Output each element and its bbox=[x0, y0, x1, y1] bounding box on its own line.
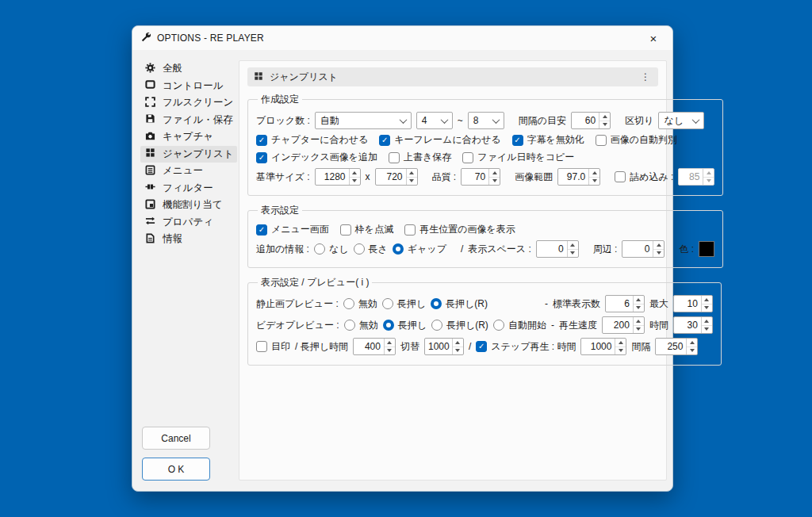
spin-down[interactable] bbox=[407, 178, 417, 186]
video-off-radio[interactable]: 無効 bbox=[344, 319, 378, 332]
spin-up[interactable] bbox=[599, 113, 610, 121]
spin-up[interactable] bbox=[453, 339, 463, 347]
spin-down[interactable] bbox=[702, 326, 712, 334]
spin-up[interactable] bbox=[634, 317, 644, 326]
disable-subtitle-checkbox[interactable]: 字幕を無効化 bbox=[512, 133, 584, 147]
spin-down[interactable] bbox=[385, 347, 395, 355]
checkbox-box[interactable] bbox=[256, 224, 267, 236]
spin-up[interactable] bbox=[687, 339, 697, 347]
spin-down[interactable] bbox=[489, 178, 500, 186]
spin-down[interactable] bbox=[568, 250, 578, 258]
spin-up[interactable] bbox=[653, 241, 664, 250]
checkbox-box[interactable] bbox=[512, 135, 523, 146]
spin-down[interactable] bbox=[703, 178, 714, 186]
spin-up[interactable] bbox=[615, 339, 626, 347]
color-swatch[interactable] bbox=[699, 241, 714, 257]
spin-up[interactable] bbox=[407, 169, 417, 178]
spin-down[interactable] bbox=[589, 178, 599, 186]
sidebar-item-fullscreen[interactable]: フルスクリーン bbox=[140, 94, 237, 112]
video-hold-radio[interactable]: 長押し bbox=[383, 319, 427, 332]
spin-down[interactable] bbox=[634, 304, 644, 312]
spin-up[interactable] bbox=[589, 169, 599, 178]
keyframe-checkbox[interactable]: キーフレームに合わせる bbox=[379, 133, 500, 147]
title-bar: OPTIONS - RE PLAYER × bbox=[132, 26, 672, 50]
index-image-checkbox[interactable]: インデックス画像を追加 bbox=[256, 151, 377, 164]
radio-button[interactable] bbox=[344, 320, 355, 331]
still-off-radio[interactable]: 無効 bbox=[343, 297, 377, 311]
sidebar-item-menu[interactable]: メニュー bbox=[140, 163, 237, 180]
sidebar-item-filter[interactable]: フィルター bbox=[140, 180, 237, 197]
radio-button[interactable] bbox=[354, 243, 365, 255]
mark-checkbox[interactable]: 目印 bbox=[256, 340, 290, 354]
sidebar-item-general[interactable]: 全般 bbox=[140, 60, 237, 78]
step-play-checkbox[interactable]: ステップ再生 : 時間 bbox=[476, 340, 576, 354]
hold-time-spinner: 400 bbox=[353, 338, 396, 355]
block-min-select[interactable]: 4 bbox=[416, 112, 453, 129]
menu-screen-checkbox[interactable]: メニュー画面 bbox=[256, 223, 329, 236]
spin-down[interactable] bbox=[350, 178, 360, 186]
checkbox-box[interactable] bbox=[379, 135, 390, 146]
sidebar-item-info[interactable]: 情報 bbox=[140, 231, 237, 248]
separator-select[interactable]: なし bbox=[658, 112, 704, 129]
spin-up[interactable] bbox=[702, 317, 712, 326]
video-hold-r-radio[interactable]: 長押し(R) bbox=[431, 319, 488, 332]
spin-up[interactable] bbox=[703, 169, 714, 178]
radio-button[interactable] bbox=[493, 320, 504, 331]
spin-up[interactable] bbox=[385, 339, 395, 347]
checkbox-box[interactable] bbox=[256, 135, 267, 146]
radio-button[interactable] bbox=[431, 298, 442, 309]
spin-up[interactable] bbox=[702, 296, 712, 304]
play-position-checkbox[interactable]: 再生位置の画像を表示 bbox=[404, 223, 515, 236]
more-options-icon[interactable]: ⋮ bbox=[639, 71, 652, 82]
spin-down[interactable] bbox=[687, 347, 697, 355]
cancel-button[interactable]: Cancel bbox=[142, 427, 210, 450]
radio-button[interactable] bbox=[314, 243, 325, 255]
sidebar-item-control[interactable]: コントロール bbox=[140, 78, 237, 95]
checkbox-box[interactable] bbox=[615, 171, 626, 182]
spin-up[interactable] bbox=[568, 241, 578, 250]
radio-button[interactable] bbox=[343, 298, 354, 309]
checkbox-box[interactable] bbox=[256, 341, 267, 352]
radio-button[interactable] bbox=[382, 298, 393, 309]
sidebar-item-file-save[interactable]: ファイル・保存 bbox=[140, 112, 237, 129]
checkbox-box[interactable] bbox=[389, 152, 400, 163]
sidebar-item-function-assign[interactable]: 機能割り当て bbox=[140, 197, 237, 214]
extra-length-radio[interactable]: 長さ bbox=[354, 243, 388, 256]
spin-down[interactable] bbox=[702, 304, 712, 312]
spin-down[interactable] bbox=[653, 250, 664, 258]
radio-button[interactable] bbox=[393, 243, 404, 255]
pack-checkbox[interactable]: 詰め込み : bbox=[615, 170, 673, 184]
block-max-select[interactable]: 8 bbox=[468, 112, 504, 129]
spin-down[interactable] bbox=[599, 121, 610, 129]
extra-none-radio[interactable]: なし bbox=[314, 243, 349, 256]
spin-down[interactable] bbox=[615, 347, 626, 355]
checkbox-box[interactable] bbox=[596, 135, 607, 146]
close-icon[interactable]: × bbox=[642, 27, 665, 49]
still-hold-radio[interactable]: 長押し bbox=[382, 297, 426, 311]
spin-up[interactable] bbox=[634, 296, 644, 304]
sidebar-item-jumplist[interactable]: ジャンプリスト bbox=[140, 146, 237, 163]
radio-button[interactable] bbox=[431, 320, 442, 331]
spin-down[interactable] bbox=[453, 347, 463, 355]
checkbox-box[interactable] bbox=[462, 152, 473, 163]
checkbox-box[interactable] bbox=[256, 152, 267, 163]
file-date-checkbox[interactable]: ファイル日時をコピー bbox=[462, 151, 574, 164]
ok-button[interactable]: O K bbox=[142, 458, 210, 481]
checkbox-box[interactable] bbox=[404, 224, 416, 236]
frame-blink-checkbox[interactable]: 枠を点滅 bbox=[340, 223, 393, 236]
spin-up[interactable] bbox=[489, 169, 500, 178]
spin-up[interactable] bbox=[350, 169, 360, 178]
overwrite-checkbox[interactable]: 上書き保存 bbox=[389, 151, 451, 164]
block-mode-select[interactable]: 自動 bbox=[315, 112, 412, 129]
sidebar-item-capture[interactable]: キャプチャ bbox=[140, 128, 237, 146]
chapter-checkbox[interactable]: チャプターに合わせる bbox=[256, 133, 368, 147]
checkbox-box[interactable] bbox=[476, 341, 487, 352]
still-hold-r-radio[interactable]: 長押し(R) bbox=[431, 297, 488, 311]
radio-button[interactable] bbox=[383, 320, 394, 331]
checkbox-box[interactable] bbox=[340, 224, 351, 236]
video-autostart-radio[interactable]: 自動開始 bbox=[493, 319, 546, 332]
auto-detect-checkbox[interactable]: 画像の自動判別 bbox=[596, 133, 677, 147]
sidebar-item-properties[interactable]: プロパティ bbox=[140, 214, 237, 232]
spin-down[interactable] bbox=[634, 326, 644, 334]
extra-gap-radio[interactable]: ギャップ bbox=[393, 243, 446, 256]
